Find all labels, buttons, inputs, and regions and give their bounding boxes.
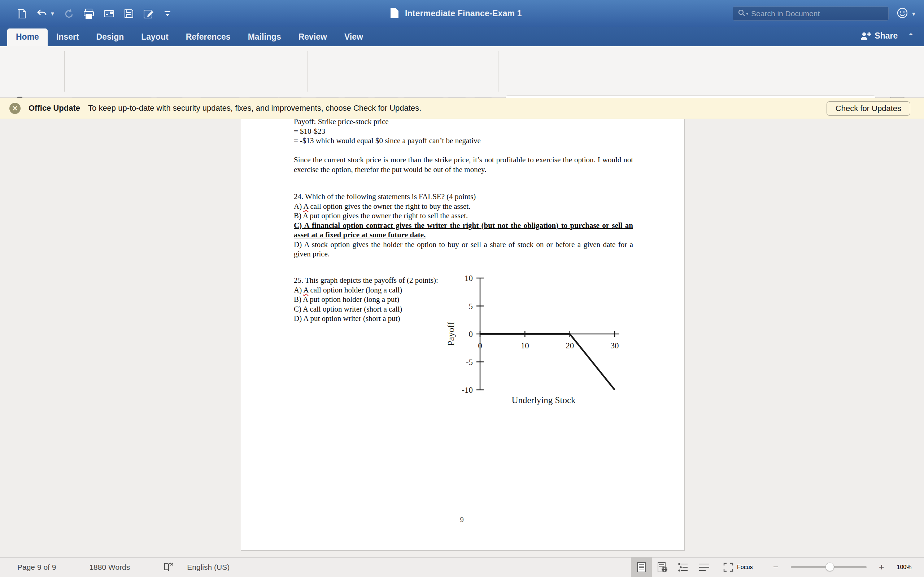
zoom-slider-thumb[interactable]	[825, 562, 834, 571]
print-layout-view-button[interactable]	[631, 557, 652, 577]
tab-mailings[interactable]: Mailings	[239, 29, 290, 46]
svg-text:10: 10	[521, 341, 529, 350]
save-icon[interactable]	[123, 8, 135, 19]
payoff-chart: 1050-5-100102030PayoffUnderlying Stock	[443, 273, 647, 419]
tab-view[interactable]: View	[336, 29, 372, 46]
word-count[interactable]: 1880 Words	[89, 563, 130, 572]
draft-view-button[interactable]	[694, 557, 715, 577]
focus-icon	[723, 562, 733, 572]
svg-text:-10: -10	[462, 385, 473, 395]
office-update-banner: ✕ Office Update To keep up-to-date with …	[0, 98, 924, 119]
zoom-percentage[interactable]: 100%	[884, 564, 924, 571]
document-page[interactable]: Payoff: Strike price-stock price = $10-$…	[241, 119, 685, 551]
undo-dropdown-icon[interactable]: ▼	[50, 10, 55, 16]
share-person-icon	[860, 31, 871, 41]
svg-text:5: 5	[469, 302, 473, 311]
tab-insert[interactable]: Insert	[48, 29, 88, 46]
language-indicator[interactable]: English (US)	[187, 563, 229, 572]
question-25-block: 25. This graph depicts the payoffs of (2…	[294, 276, 439, 324]
ribbon-tab-row: Home Insert Design Layout References Mai…	[0, 27, 924, 46]
svg-text:-5: -5	[466, 358, 473, 367]
search-icon	[737, 9, 746, 19]
new-document-icon[interactable]	[16, 8, 27, 19]
svg-text:Underlying Stock: Underlying Stock	[512, 395, 576, 405]
q24-option-c: C) A financial option contract gives the…	[294, 221, 633, 240]
toolbar-options-icon[interactable]	[163, 9, 172, 18]
focus-button[interactable]: Focus	[723, 562, 753, 572]
feedback-dropdown-icon[interactable]: ▼	[911, 11, 916, 17]
web-layout-view-button[interactable]	[652, 557, 673, 577]
q25-stem: 25. This graph depicts the payoffs of (2…	[294, 276, 439, 285]
collapse-ribbon-icon[interactable]: ⌃	[908, 32, 914, 40]
email-icon[interactable]	[103, 8, 115, 19]
svg-text:20: 20	[565, 341, 574, 350]
svg-text:0: 0	[469, 330, 473, 338]
zoom-out-button[interactable]: −	[773, 561, 779, 573]
q25-option-d: D) A put option writer (short a put)	[294, 314, 439, 324]
svg-text:10: 10	[465, 274, 473, 283]
feedback-smiley-icon[interactable]	[896, 6, 909, 21]
answer-23-paragraph: Since the current stock price is more th…	[294, 155, 633, 174]
question-24-block: 24. Which of the following statements is…	[294, 192, 633, 259]
q25-option-a: A) A call option holder (long a call)	[294, 285, 439, 295]
q25-option-c: C) A call option writer (short a call)	[294, 305, 439, 314]
tab-review[interactable]: Review	[290, 29, 336, 46]
update-message: To keep up-to-date with security updates…	[88, 103, 421, 113]
redo-button	[63, 8, 75, 19]
update-title: Office Update	[29, 103, 80, 113]
ribbon: Paste ▼ ✂ Cambria▼ 11▼ B I U ▼ abe X2 X2…	[0, 46, 924, 98]
print-icon[interactable]	[82, 8, 95, 19]
page-number-footer: 9	[460, 515, 464, 525]
search-input[interactable]: ▾ Search in Document	[733, 6, 888, 21]
document-canvas: Payoff: Strike price-stock price = $10-$…	[0, 119, 924, 557]
q24-option-d: D) A stock option gives the holder the o…	[294, 240, 633, 259]
share-button[interactable]: Share	[860, 31, 898, 41]
zoom-in-button[interactable]: +	[879, 561, 884, 573]
q24-option-a: A) A call option gives the owner the rig…	[294, 201, 633, 211]
zoom-slider[interactable]	[791, 566, 867, 568]
tab-layout[interactable]: Layout	[132, 29, 177, 46]
tab-home[interactable]: Home	[7, 29, 48, 46]
q24-option-b: B) A put option gives the owner the righ…	[294, 211, 633, 221]
q25-option-b: B) A put option holder (long a put)	[294, 295, 439, 305]
title-bar: ▼ Intermediate Finance-Ex	[0, 0, 924, 27]
check-for-updates-button[interactable]: Check for Updates	[827, 102, 910, 116]
svg-text:0: 0	[478, 341, 482, 350]
page-indicator[interactable]: Page 9 of 9	[17, 563, 56, 572]
proofing-status-icon[interactable]	[163, 562, 174, 572]
tab-design[interactable]: Design	[88, 29, 133, 46]
svg-text:30: 30	[611, 341, 619, 350]
search-placeholder: Search in Document	[751, 10, 820, 18]
tab-references[interactable]: References	[177, 29, 239, 46]
document-icon	[390, 7, 399, 20]
svg-text:Payoff: Payoff	[446, 322, 456, 346]
close-icon[interactable]: ✕	[10, 103, 21, 114]
answer-23-block: Payoff: Strike price-stock price = $10-$…	[294, 119, 633, 146]
edit-document-icon[interactable]	[142, 8, 155, 19]
undo-button[interactable]: ▼	[36, 8, 55, 19]
q24-stem: 24. Which of the following statements is…	[294, 192, 633, 201]
outline-view-button[interactable]	[673, 557, 694, 577]
window-title: Intermediate Finance-Exam 1	[405, 9, 522, 18]
